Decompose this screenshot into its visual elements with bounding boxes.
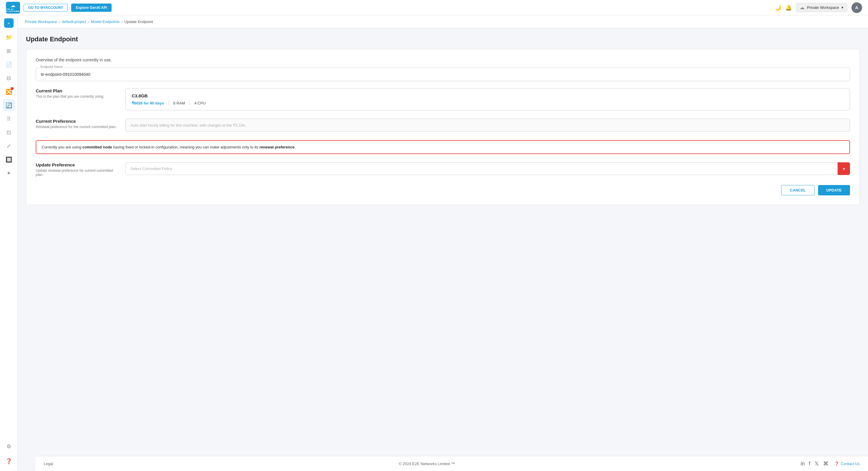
footer-right: in f 𝕏 ⌘ ❓ Contact Us: [801, 460, 860, 467]
sidebar-item-extras[interactable]: ✦: [3, 167, 15, 179]
plan-divider-2: |: [189, 101, 190, 105]
sidebar-item-pipelines[interactable]: ⤢: [3, 140, 15, 152]
page-body: Update Endpoint Overview of the endpoint…: [18, 28, 868, 456]
myaccount-button[interactable]: GO TO MYACCOUNT: [24, 4, 68, 11]
workspace-label: Private Workspace: [807, 5, 839, 10]
current-plan-label-col: Current Plan This is the plan that you a…: [36, 88, 118, 99]
breadcrumb-private-workspace[interactable]: Private Workspace: [25, 20, 57, 24]
sidebar: » 📁 ⊞ 📄 ⊟ 🔀 🔄 ⠿ ⊡ ⤢ 🔲 ✦ ⚙ ❓: [0, 15, 18, 471]
help-circle-icon: ❓: [834, 462, 839, 466]
sidebar-item-datasets[interactable]: ⊟: [3, 72, 15, 84]
update-preference-label-col: Update Preference Update renewal prefere…: [36, 162, 118, 177]
select-policy-dropdown[interactable]: Select Committed Policy: [125, 162, 850, 175]
current-preference-label-col: Current Preference Renewal preference fo…: [36, 119, 118, 129]
facebook-icon[interactable]: f: [809, 461, 810, 467]
logo: ☁ TIR AI PLATFORM: [6, 2, 20, 13]
sidebar-item-docs[interactable]: 📄: [3, 59, 15, 70]
topnav-right: 🌙 🔔 ☁ Private Workspace ▾ A: [775, 2, 862, 13]
update-preference-title: Update Preference: [36, 162, 118, 167]
plan-cpu: 4 CPU: [194, 101, 206, 105]
sidebar-item-nodes[interactable]: ⠿: [3, 113, 15, 125]
cancel-button[interactable]: CANCEL: [781, 185, 814, 195]
sidebar-item-folder[interactable]: 📁: [3, 32, 15, 43]
logo-icon: ☁: [11, 3, 16, 8]
table-icon: ⊡: [6, 129, 11, 136]
update-preference-content: Select Committed Policy ▾: [125, 162, 850, 175]
sidebar-toggle-button[interactable]: »: [4, 18, 13, 28]
page-title: Update Endpoint: [26, 35, 860, 43]
select-policy-box: Select Committed Policy ▾: [125, 162, 850, 175]
current-plan-content: C3.8GB ₹6026 for 90 days | 8 RAM | 4 CPU: [125, 88, 850, 111]
info-bold1: committed node: [82, 145, 112, 149]
current-preference-content: Auto start hourly billing for this machi…: [125, 119, 850, 132]
settings-icon: ⚙: [6, 443, 11, 450]
current-plan-sub: This is the plan that you are currently …: [36, 94, 118, 99]
breadcrumb-sep-1: ›: [59, 20, 60, 24]
workspace-chevron-icon: ▾: [841, 5, 843, 10]
footer-copyright: © 2024 E2E Networks Limited ™: [53, 462, 801, 466]
contact-us-link[interactable]: ❓ Contact Us: [834, 462, 860, 466]
plan-box: C3.8GB ₹6026 for 90 days | 8 RAM | 4 CPU: [125, 88, 850, 111]
docs-icon: 📄: [6, 61, 12, 68]
sidebar-bottom: ⚙ ❓: [3, 440, 15, 468]
workspace-icon: ☁: [800, 5, 805, 10]
sidebar-toggle-icon: »: [8, 21, 10, 25]
sidebar-item-model-endpoints[interactable]: 🔄: [3, 99, 15, 111]
plan-name: C3.8GB: [132, 93, 844, 98]
info-prefix: Currently you are using: [42, 145, 82, 149]
endpoint-name-field-group: Endpoint Name: [36, 68, 850, 81]
logo-area: ☁ TIR AI PLATFORM: [6, 2, 20, 13]
sidebar-item-deploy[interactable]: 🔀: [3, 86, 15, 98]
current-preference-title: Current Preference: [36, 119, 118, 124]
nodes-icon: ⠿: [7, 116, 11, 122]
jobs-icon: 🔲: [6, 156, 12, 163]
overview-text: Overview of the endpoint currently in us…: [36, 58, 850, 62]
topnav-left: ☁ TIR AI PLATFORM GO TO MYACCOUNT Explor…: [6, 2, 112, 13]
preference-box: Auto start hourly billing for this machi…: [125, 119, 850, 132]
update-preference-row: Update Preference Update renewal prefere…: [36, 162, 850, 177]
breadcrumb-model-endpoints[interactable]: Model Endpoints: [91, 20, 120, 24]
pipelines-icon: ⤢: [6, 143, 11, 149]
twitter-icon[interactable]: 𝕏: [814, 460, 819, 467]
logo-text: TIR AI PLATFORM: [6, 8, 20, 12]
rss-icon[interactable]: ⌘: [823, 460, 829, 467]
datasets-icon: ⊟: [6, 75, 11, 82]
footer: Legal © 2024 E2E Networks Limited ™ in f…: [35, 456, 868, 471]
linkedin-icon[interactable]: in: [801, 461, 805, 467]
sidebar-item-dashboard[interactable]: ⊞: [3, 45, 15, 57]
endpoint-name-label: Endpoint Name: [39, 65, 64, 68]
update-button[interactable]: UPDATE: [818, 185, 850, 195]
info-banner: Currently you are using committed node h…: [36, 140, 850, 154]
breadcrumb-sep-2: ›: [88, 20, 89, 24]
sidebar-item-table[interactable]: ⊡: [3, 127, 15, 138]
contact-us-label: Contact Us: [841, 462, 860, 466]
folder-icon: 📁: [6, 34, 12, 41]
workspace-selector[interactable]: ☁ Private Workspace ▾: [796, 3, 847, 12]
dark-mode-button[interactable]: 🌙: [775, 4, 781, 11]
sidebar-item-help[interactable]: ❓: [3, 456, 15, 467]
update-preference-sub: Update renewal preference for current co…: [36, 168, 118, 177]
endpoint-name-input[interactable]: [36, 68, 850, 81]
current-preference-row: Current Preference Renewal preference fo…: [36, 119, 850, 132]
sidebar-item-jobs[interactable]: 🔲: [3, 154, 15, 165]
breadcrumb-sep-3: ›: [121, 20, 123, 24]
breadcrumb-default-project[interactable]: default-project: [62, 20, 86, 24]
avatar-button[interactable]: A: [851, 2, 862, 13]
footer-legal[interactable]: Legal: [44, 462, 53, 466]
current-plan-title: Current Plan: [36, 88, 118, 93]
deploy-badge: [11, 87, 13, 90]
breadcrumb: Private Workspace › default-project › Mo…: [18, 15, 868, 28]
sidebar-item-settings[interactable]: ⚙: [3, 441, 15, 452]
dashboard-icon: ⊞: [6, 48, 11, 54]
info-bold2: renewal preference: [259, 145, 294, 149]
main-card: Overview of the endpoint currently in us…: [26, 49, 860, 205]
model-endpoints-icon: 🔄: [6, 102, 12, 108]
current-preference-sub: Renewal preference for the current commi…: [36, 125, 118, 129]
plan-ram: 8 RAM: [173, 101, 185, 105]
info-suffix: .: [294, 145, 296, 149]
current-plan-row: Current Plan This is the plan that you a…: [36, 88, 850, 111]
help-icon: ❓: [6, 458, 12, 465]
notifications-button[interactable]: 🔔: [785, 4, 792, 11]
footer-social: in f 𝕏 ⌘: [801, 460, 829, 467]
genai-button[interactable]: Explore GenAI API: [71, 4, 112, 12]
